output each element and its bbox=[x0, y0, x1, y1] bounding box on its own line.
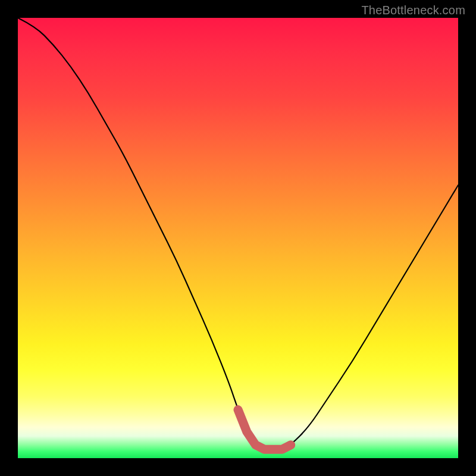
bottleneck-curve-path bbox=[18, 18, 458, 449]
plot-area bbox=[18, 18, 458, 458]
chart-frame: TheBottleneck.com bbox=[0, 0, 476, 476]
chart-svg bbox=[18, 18, 458, 458]
optimal-range-marker bbox=[238, 410, 291, 450]
watermark-text: TheBottleneck.com bbox=[361, 4, 465, 17]
